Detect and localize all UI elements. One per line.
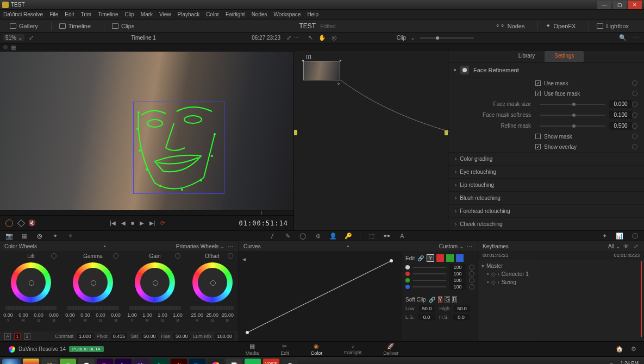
face-mask-size-slider[interactable]	[540, 104, 605, 105]
system-tray[interactable]: ▴ 🔊 1:24 PM4/28/2017	[602, 360, 642, 365]
wheel-value[interactable]: 0.00	[64, 312, 76, 318]
camera-raw-icon[interactable]: 📷	[5, 232, 13, 240]
clips-button[interactable]: Clips	[108, 22, 139, 30]
hand-tool-icon[interactable]: ✋	[318, 34, 326, 42]
menu-color[interactable]: Color	[206, 11, 219, 17]
page-deliver[interactable]: 🚀Deliver	[383, 343, 398, 356]
menu-trim[interactable]: Trim	[81, 11, 92, 17]
wheel-reset-icon[interactable]	[228, 253, 233, 259]
scopes-icon[interactable]: 📊	[616, 232, 623, 240]
expand-icon[interactable]: ⤢	[285, 34, 292, 42]
wheel-value[interactable]: 0.00	[110, 312, 122, 318]
channel-g-chip[interactable]	[446, 254, 454, 262]
sc-high-value[interactable]: 50.0	[454, 305, 470, 312]
fit-icon[interactable]: ⤢	[28, 34, 35, 42]
prev-frame-button[interactable]: ◀	[121, 220, 126, 226]
page-fairlight[interactable]: ♪Fairlight	[344, 343, 361, 355]
rgb-mixer-icon[interactable]: ✦	[51, 232, 59, 240]
tab-library[interactable]: Library	[509, 51, 545, 62]
close-button[interactable]: ✕	[628, 1, 642, 9]
kf-corrector-row[interactable]: •◇›Corrector 1	[482, 270, 535, 278]
page-edit[interactable]: ✂Edit	[280, 343, 289, 356]
softclip-link-icon[interactable]: 🔗	[428, 296, 436, 303]
taskbar-resolve[interactable]	[208, 359, 224, 365]
more2-icon[interactable]: ⋯	[632, 34, 640, 42]
grid-icon[interactable]: ▦	[10, 43, 17, 51]
selection-tool-icon[interactable]: ↖	[307, 34, 314, 42]
stereo-icon[interactable]: 👓	[383, 232, 391, 240]
wheels-menu-icon[interactable]: ⋯	[227, 242, 234, 250]
menu-view[interactable]: View	[159, 11, 171, 17]
motion-effects-icon[interactable]: ✧	[66, 232, 74, 240]
sc-y-chip[interactable]: Y	[438, 296, 443, 303]
wheel-value[interactable]: 1.00	[157, 312, 168, 318]
lummix-value[interactable]: 100.00	[215, 333, 234, 340]
sc-g-chip[interactable]: G	[445, 296, 450, 303]
channel-kf-icon[interactable]	[469, 278, 474, 283]
pivot-value[interactable]: 0.435	[111, 333, 128, 340]
tray-clock[interactable]: 1:24 PM4/28/2017	[617, 360, 639, 365]
gain-jog[interactable]	[129, 306, 180, 310]
taskbar-explorer[interactable]: 📁	[41, 359, 58, 365]
gamma-wheel[interactable]	[73, 262, 113, 303]
page-media[interactable]: ▦Media	[246, 343, 259, 356]
gain-wheel[interactable]	[135, 262, 175, 303]
sc-low-value[interactable]: 50.0	[419, 305, 435, 312]
data-burn-icon[interactable]: A	[398, 232, 406, 240]
wheel-value[interactable]: 0.00	[2, 312, 14, 318]
channel-value[interactable]: 100	[449, 284, 466, 290]
node-thumbnail[interactable]	[303, 61, 340, 80]
channel-kf-icon[interactable]	[469, 284, 474, 290]
channel-swatch[interactable]	[405, 272, 410, 276]
first-frame-button[interactable]: |◀	[110, 220, 116, 226]
menu-workspace[interactable]: Workspace	[274, 11, 301, 17]
page2-toggle[interactable]: 2	[24, 333, 30, 340]
use-face-mask-kf-icon[interactable]	[632, 91, 637, 96]
link-icon[interactable]: 🔗	[417, 254, 424, 262]
sizing-icon[interactable]: ⬚	[368, 232, 376, 240]
play-button[interactable]: ▶	[140, 220, 144, 226]
menu-timeline[interactable]: Timeline	[98, 11, 118, 17]
offset-jog[interactable]	[190, 306, 234, 310]
channel-intensity-slider[interactable]	[413, 267, 446, 268]
key-icon[interactable]	[17, 219, 25, 227]
next-frame-button[interactable]: ▶|	[149, 220, 155, 226]
color-wheels-icon[interactable]: ◎	[36, 232, 43, 240]
taskbar-notes[interactable]: 📝	[226, 359, 242, 365]
section-eye-retouching[interactable]: Eye retouching	[448, 165, 644, 178]
menu-clip[interactable]: Clip	[125, 11, 134, 17]
taskbar-audition[interactable]: Au	[152, 359, 168, 365]
wheel-value[interactable]: 0.00	[48, 312, 60, 318]
taskbar-voicemeeter[interactable]: VOICEMEETER	[263, 359, 279, 365]
face-mask-softness-value[interactable]: 0.100	[609, 111, 632, 119]
channel-intensity-slider[interactable]	[413, 273, 446, 274]
face-mask-softness-kf-icon[interactable]	[632, 112, 637, 118]
target-icon[interactable]: ◎	[330, 34, 338, 42]
wheel-value[interactable]: 1.00	[172, 312, 184, 318]
start-button[interactable]	[2, 359, 21, 365]
wheel-value[interactable]: 25.00	[191, 312, 203, 318]
wheel-value[interactable]: 1.00	[126, 312, 138, 318]
tracker-icon[interactable]: ⊕	[314, 232, 322, 240]
keyframes-filter[interactable]: All	[608, 243, 620, 249]
kf-eye-icon[interactable]: 👁	[622, 242, 630, 250]
unmix-icon[interactable]	[5, 219, 13, 227]
wheel-reset-icon[interactable]	[175, 253, 180, 259]
refine-mask-slider[interactable]	[540, 125, 605, 127]
curves-mode-select[interactable]: Custom	[439, 243, 464, 249]
hue-value[interactable]: 50.00	[173, 333, 190, 340]
timeline-button[interactable]: Timeline	[55, 22, 95, 30]
section-forehead-retouching[interactable]: Forehead retouching	[448, 204, 644, 217]
show-mask-kf-icon[interactable]	[632, 134, 637, 139]
channel-kf-icon[interactable]	[469, 265, 474, 270]
node-output-port-icon[interactable]	[337, 83, 340, 85]
nodes-button[interactable]: ⚬⚬Nodes	[491, 21, 529, 30]
sc-ls-value[interactable]: 0.0	[418, 314, 435, 321]
section-cheek-retouching[interactable]: Cheek retouching	[448, 217, 644, 230]
wheel-value[interactable]: 25.00	[222, 312, 234, 318]
sc-b-chip[interactable]: B	[452, 296, 457, 303]
gamma-jog[interactable]	[67, 306, 118, 310]
menu-file[interactable]: File	[49, 11, 58, 17]
taskbar-aftereffects[interactable]: Ae	[115, 359, 132, 365]
show-overlay-kf-icon[interactable]	[632, 144, 637, 149]
